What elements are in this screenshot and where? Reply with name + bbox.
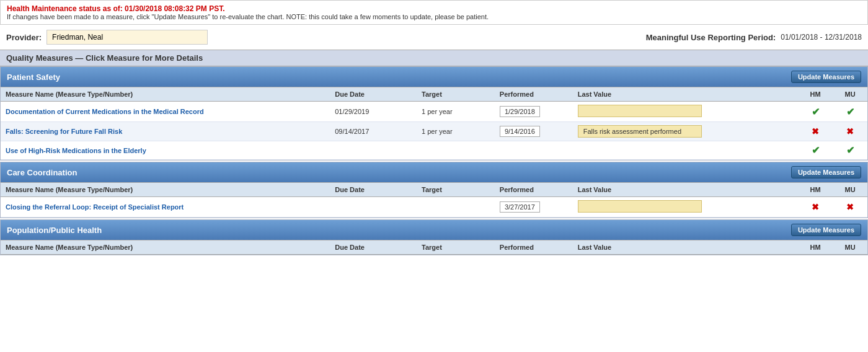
col-header-3: Performed — [495, 240, 573, 255]
table-population-public-health: Measure Name (Measure Type/Number)Due Da… — [1, 240, 867, 255]
mu-cell-0-2: ✔ — [833, 141, 867, 160]
measure-link-0-1[interactable]: Falls: Screening for Future Fall Risk — [6, 128, 122, 135]
col-header-6: MU — [833, 183, 867, 197]
col-header-5: HM — [798, 240, 833, 255]
alert-title: Health Maintenance status as of: 01/30/2… — [7, 4, 861, 13]
last-value-empty-0-0 — [578, 105, 702, 117]
table-care-coordination: Measure Name (Measure Type/Number)Due Da… — [1, 182, 867, 218]
performed-box-0-0: 1/29/2018 — [500, 106, 540, 117]
col-header-2: Target — [417, 87, 495, 102]
col-header-4: Last Value — [573, 183, 798, 197]
col-header-6: MU — [833, 240, 867, 255]
table-patient-safety: Measure Name (Measure Type/Number)Due Da… — [1, 87, 867, 160]
performed-cell-0-2 — [495, 141, 573, 160]
provider-input[interactable] — [46, 30, 208, 45]
quality-measures-header: Quality Measures — Click Measure for Mor… — [0, 50, 868, 66]
mu-check-icon-0-2: ✔ — [846, 145, 854, 156]
section-title-patient-safety: Patient Safety — [7, 73, 60, 82]
due-date-0-0: 01/29/2019 — [330, 102, 417, 122]
col-header-0: Measure Name (Measure Type/Number) — [1, 87, 330, 102]
target-0-1: 1 per year — [417, 122, 495, 141]
measure-link-0-0[interactable]: Documentation of Current Medications in … — [6, 108, 204, 115]
last-value-empty-1-0 — [578, 200, 702, 213]
hm-cross-icon-0-1: ✖ — [812, 126, 819, 136]
last-value-cell-0-1: Falls risk assessment performed — [573, 122, 798, 141]
mu-label: Meaningful Use Reporting Period: — [646, 33, 776, 42]
section-header-care-coordination: Care CoordinationUpdate Measures — [1, 162, 867, 182]
section-title-population-public-health: Population/Public Health — [7, 226, 102, 235]
mu-row: Meaningful Use Reporting Period: 01/01/2… — [646, 33, 862, 42]
provider-row: Provider: Meaningful Use Reporting Perio… — [0, 25, 868, 50]
sections-container: Patient SafetyUpdate MeasuresMeasure Nam… — [0, 66, 868, 255]
alert-body: If changes have been made to a measure, … — [7, 13, 861, 20]
section-population-public-health: Population/Public HealthUpdate MeasuresM… — [0, 219, 868, 255]
section-patient-safety: Patient SafetyUpdate MeasuresMeasure Nam… — [0, 66, 868, 161]
mu-cross-icon-0-1: ✖ — [846, 126, 854, 136]
provider-label: Provider: — [6, 33, 42, 42]
performed-cell-0-1: 9/14/2016 — [495, 122, 573, 141]
last-value-cell-0-0 — [573, 102, 798, 122]
col-header-1: Due Date — [330, 87, 417, 102]
update-measures-button-care-coordination[interactable]: Update Measures — [791, 166, 861, 178]
last-value-cell-1-0 — [573, 197, 798, 218]
section-title-care-coordination: Care Coordination — [7, 168, 77, 177]
performed-box-1-0: 3/27/2017 — [500, 201, 540, 213]
col-header-3: Performed — [495, 87, 573, 102]
col-header-2: Target — [417, 183, 495, 197]
section-header-population-public-health: Population/Public HealthUpdate Measures — [1, 220, 867, 240]
update-measures-button-patient-safety[interactable]: Update Measures — [791, 71, 861, 83]
mu-check-icon-0-0: ✔ — [846, 107, 854, 117]
provider-left: Provider: — [6, 30, 208, 45]
target-0-0: 1 per year — [417, 102, 495, 122]
col-header-2: Target — [417, 240, 495, 255]
due-date-0-1: 09/14/2017 — [330, 122, 417, 141]
col-header-4: Last Value — [573, 87, 798, 102]
hm-cell-0-1: ✖ — [798, 122, 833, 141]
table-row: Use of High-Risk Medications in the Elde… — [1, 141, 867, 160]
measure-link-1-0[interactable]: Closing the Referral Loop: Receipt of Sp… — [6, 203, 184, 211]
hm-check-icon-0-2: ✔ — [812, 145, 820, 156]
col-header-5: HM — [798, 183, 833, 197]
section-header-patient-safety: Patient SafetyUpdate Measures — [1, 67, 867, 87]
col-header-4: Last Value — [573, 240, 798, 255]
measure-link-0-2[interactable]: Use of High-Risk Medications in the Elde… — [6, 147, 146, 154]
target-1-0 — [417, 197, 495, 218]
alert-box: Health Maintenance status as of: 01/30/2… — [0, 0, 868, 25]
performed-cell-0-0: 1/29/2018 — [495, 102, 573, 122]
col-header-1: Due Date — [330, 183, 417, 197]
mu-cell-1-0: ✖ — [833, 197, 867, 218]
last-value-cell-0-2 — [573, 141, 798, 160]
due-date-1-0 — [330, 197, 417, 218]
table-row: Closing the Referral Loop: Receipt of Sp… — [1, 197, 867, 218]
hm-cell-0-2: ✔ — [798, 141, 833, 160]
col-header-1: Due Date — [330, 240, 417, 255]
hm-cell-0-0: ✔ — [798, 102, 833, 122]
update-measures-button-population-public-health[interactable]: Update Measures — [791, 224, 861, 236]
last-value-box-0-1: Falls risk assessment performed — [578, 125, 702, 138]
performed-cell-1-0: 3/27/2017 — [495, 197, 573, 218]
mu-value: 01/01/2018 - 12/31/2018 — [781, 33, 862, 42]
hm-cross-icon-1-0: ✖ — [812, 202, 819, 212]
hm-check-icon-0-0: ✔ — [812, 107, 820, 117]
col-header-0: Measure Name (Measure Type/Number) — [1, 240, 330, 255]
col-header-3: Performed — [495, 183, 573, 197]
table-row: Documentation of Current Medications in … — [1, 102, 867, 122]
section-care-coordination: Care CoordinationUpdate MeasuresMeasure … — [0, 162, 868, 218]
mu-cell-0-0: ✔ — [833, 102, 867, 122]
col-header-6: MU — [833, 87, 867, 102]
mu-cell-0-1: ✖ — [833, 122, 867, 141]
due-date-0-2 — [330, 141, 417, 160]
hm-cell-1-0: ✖ — [798, 197, 833, 218]
col-header-0: Measure Name (Measure Type/Number) — [1, 183, 330, 197]
col-header-5: HM — [798, 87, 833, 102]
table-row: Falls: Screening for Future Fall Risk09/… — [1, 122, 867, 141]
performed-box-0-1: 9/14/2016 — [500, 126, 540, 137]
target-0-2 — [417, 141, 495, 160]
mu-cross-icon-1-0: ✖ — [846, 202, 854, 212]
